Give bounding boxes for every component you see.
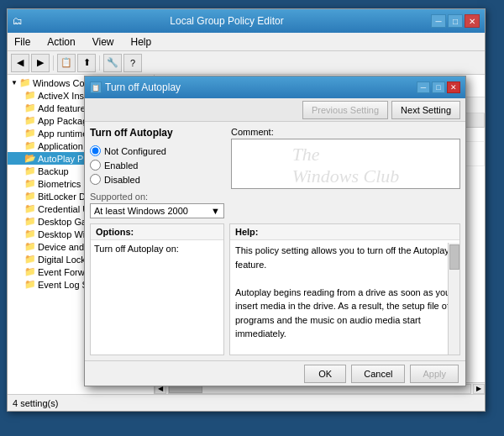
root-folder-icon: 📁 xyxy=(19,77,31,88)
dialog-bottom-section: Options: Turn off Autoplay on: Help: Thi… xyxy=(90,223,460,355)
menu-file[interactable]: File xyxy=(11,34,34,50)
folder-icon: 📁 xyxy=(24,102,36,113)
main-toolbar: ◀ ▶ 📋 ⬆ 🔧 ? xyxy=(8,51,485,75)
options-panel: Options: Turn off Autoplay on: xyxy=(90,223,224,355)
menu-view[interactable]: View xyxy=(89,34,118,50)
dialog-maximize-button[interactable]: □ xyxy=(432,81,445,93)
root-arrow: ▼ xyxy=(11,79,18,87)
folder-icon: 📁 xyxy=(24,279,36,290)
properties-button[interactable]: 🔧 xyxy=(103,54,122,72)
help-button[interactable]: ? xyxy=(123,54,142,72)
help-scrollbar[interactable] xyxy=(448,243,459,355)
options-body: Turn off Autoplay on: xyxy=(91,240,223,355)
dialog-footer: OK Cancel Apply xyxy=(85,360,465,386)
radio-group: Not Configured Enabled Disabled xyxy=(90,145,224,185)
folder-icon: 📁 xyxy=(24,266,36,277)
folder-icon: 📁 xyxy=(24,128,36,139)
folder-icon: 📁 xyxy=(24,229,36,239)
forward-button[interactable]: ▶ xyxy=(31,54,50,72)
folder-icon: 📁 xyxy=(24,191,36,202)
supported-value: At least Windows 2000 ▼ xyxy=(90,203,224,218)
comment-label: Comment: xyxy=(231,127,460,137)
folder-icon: 📁 xyxy=(24,203,36,214)
ok-button[interactable]: OK xyxy=(304,365,346,383)
folder-icon: 📁 xyxy=(24,241,36,252)
dialog-icon: 📋 xyxy=(90,81,102,93)
menu-bar: File Action View Help xyxy=(8,33,485,51)
dialog-window: 📋 Turn off Autoplay ─ □ ✕ Previous Setti… xyxy=(84,76,466,386)
folder-icon: 📁 xyxy=(24,115,36,126)
radio-disabled-input[interactable] xyxy=(90,174,101,185)
dialog-setting-name: Turn off Autoplay xyxy=(90,127,224,139)
up-button[interactable]: ⬆ xyxy=(77,54,96,72)
folder-icon-selected: 📂 xyxy=(24,153,36,164)
radio-not-configured-input[interactable] xyxy=(90,145,101,156)
radio-enabled[interactable]: Enabled xyxy=(90,160,224,171)
dialog-title: Turn off Autoplay xyxy=(105,81,181,93)
title-bar-controls: ─ □ ✕ xyxy=(431,14,480,28)
main-title-bar: 🗂 Local Group Policy Editor ─ □ ✕ xyxy=(8,9,485,33)
next-setting-button[interactable]: Next Setting xyxy=(391,101,460,119)
previous-setting-button[interactable]: Previous Setting xyxy=(302,101,388,119)
menu-help[interactable]: Help xyxy=(128,34,155,50)
status-text: 4 setting(s) xyxy=(13,398,58,408)
dialog-content: Turn off Autoplay Not Configured Enabled… xyxy=(85,122,465,360)
close-button[interactable]: ✕ xyxy=(465,14,480,28)
dialog-comment-section: Comment: TheWindows Club xyxy=(231,127,460,218)
folder-icon: 📁 xyxy=(24,90,36,101)
supported-section: Supported on: At least Windows 2000 ▼ xyxy=(90,192,224,218)
status-bar: 4 setting(s) xyxy=(8,394,485,411)
toolbar-separator xyxy=(53,55,54,71)
folder-icon: 📁 xyxy=(24,165,36,176)
options-header: Options: xyxy=(91,224,223,240)
minimize-button[interactable]: ─ xyxy=(431,14,446,28)
radio-disabled[interactable]: Disabled xyxy=(90,174,224,185)
supported-label: Supported on: xyxy=(90,192,224,202)
main-window-icon: 🗂 xyxy=(13,15,23,27)
dialog-setting-section: Turn off Autoplay Not Configured Enabled… xyxy=(90,127,224,218)
dropdown-arrow-icon: ▼ xyxy=(211,206,220,216)
main-window-title: Local Group Policy Editor xyxy=(23,15,431,27)
help-body: This policy setting allows you to turn o… xyxy=(230,240,459,355)
help-scroll-thumb[interactable] xyxy=(449,244,459,270)
help-header: Help: xyxy=(230,224,459,240)
dialog-title-controls: ─ □ ✕ xyxy=(417,81,460,93)
dialog-minimize-button[interactable]: ─ xyxy=(417,81,430,93)
folder-icon: 📁 xyxy=(24,254,36,265)
apply-button[interactable]: Apply xyxy=(410,365,459,383)
folder-icon: 📁 xyxy=(24,140,36,151)
back-button[interactable]: ◀ xyxy=(11,54,29,72)
cancel-button[interactable]: Cancel xyxy=(351,365,405,383)
folder-icon: 📁 xyxy=(24,216,36,227)
radio-enabled-input[interactable] xyxy=(90,160,101,171)
maximize-button[interactable]: □ xyxy=(448,14,463,28)
dialog-top-section: Turn off Autoplay Not Configured Enabled… xyxy=(90,127,460,218)
dialog-close-button[interactable]: ✕ xyxy=(447,81,460,93)
folder-icon: 📁 xyxy=(24,178,36,189)
toolbar-separator-2 xyxy=(99,55,100,71)
show-hide-button[interactable]: 📋 xyxy=(57,54,76,72)
dialog-title-bar: 📋 Turn off Autoplay ─ □ ✕ xyxy=(85,76,465,98)
menu-action[interactable]: Action xyxy=(44,34,78,50)
dialog-toolbar: Previous Setting Next Setting xyxy=(85,98,465,122)
radio-not-configured[interactable]: Not Configured xyxy=(90,145,224,156)
comment-textarea[interactable] xyxy=(231,139,460,189)
scroll-right-arrow[interactable]: ▶ xyxy=(473,384,485,394)
help-panel: Help: This policy setting allows you to … xyxy=(229,223,460,355)
